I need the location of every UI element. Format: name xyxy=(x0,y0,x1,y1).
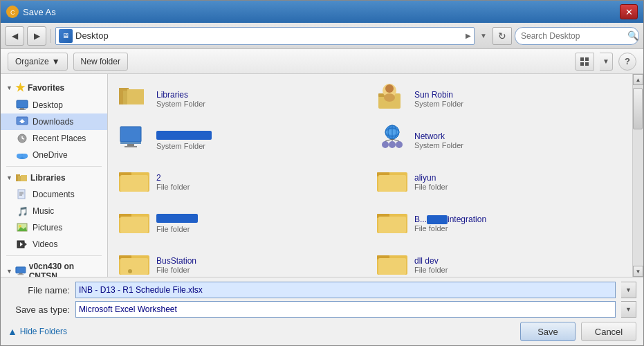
list-item[interactable]: BusStation File folder xyxy=(112,244,370,277)
save-as-type-row: Save as type: ▼ xyxy=(8,301,636,318)
file-type: System Folder xyxy=(414,100,463,108)
address-dropdown-button[interactable]: ▼ xyxy=(477,27,490,45)
search-input[interactable] xyxy=(521,31,625,41)
file-name: Sun Robin xyxy=(414,90,463,100)
sidebar-item-music[interactable]: 🎵 Music xyxy=(1,203,107,219)
libraries-header[interactable]: ▼ Libraries xyxy=(1,170,107,186)
file-info: Sun Robin System Folder xyxy=(414,90,463,108)
svg-point-16 xyxy=(17,154,22,158)
file-scrollbar[interactable]: ▲ ▼ xyxy=(632,74,643,277)
new-folder-button[interactable]: New folder xyxy=(73,53,128,71)
save-button[interactable]: Save xyxy=(520,322,576,341)
file-name-input[interactable] xyxy=(75,282,616,298)
svg-rect-3 xyxy=(585,57,589,61)
help-button[interactable]: ? xyxy=(618,53,636,71)
svg-rect-5 xyxy=(585,62,589,66)
title-bar-icon: C xyxy=(6,6,19,18)
scrollbar-down-button[interactable]: ▼ xyxy=(633,266,643,277)
sidebar-item-onedrive[interactable]: OneDrive xyxy=(1,147,107,163)
main-content: ▼ ★ Favorites Desktop Downloads xyxy=(1,74,643,277)
sidebar-item-recent[interactable]: Recent Places xyxy=(1,130,107,147)
save-as-type-dropdown-button[interactable]: ▼ xyxy=(621,301,636,318)
address-arrow: ▶ xyxy=(466,32,471,39)
file-name: Network xyxy=(414,131,463,141)
view-dropdown-button[interactable]: ▼ xyxy=(600,53,613,71)
svg-rect-33 xyxy=(19,273,22,275)
file-type: File folder xyxy=(414,266,448,274)
file-info: 2 File folder xyxy=(156,173,190,191)
file-type: System Folder xyxy=(156,100,205,108)
save-row: ▲ Hide Folders Save Cancel xyxy=(8,322,636,341)
organize-button[interactable]: Organize ▼ xyxy=(8,53,68,71)
back-button[interactable]: ◀ xyxy=(5,26,24,46)
downloads-icon xyxy=(16,116,28,128)
file-type: File folder xyxy=(156,225,198,233)
svg-rect-32 xyxy=(16,267,26,273)
sidebar-item-downloads[interactable]: Downloads xyxy=(1,113,107,130)
computer-header[interactable]: ▼ v0cn430 on CNTSN... xyxy=(1,259,107,277)
sidebar-item-videos[interactable]: Videos xyxy=(1,236,107,253)
svg-rect-8 xyxy=(19,109,26,110)
music-label: Music xyxy=(33,206,54,216)
svg-rect-44 xyxy=(120,142,141,144)
cancel-button[interactable]: Cancel xyxy=(581,322,636,341)
list-item[interactable]: Libraries System Folder xyxy=(112,78,370,120)
file-info: Network System Folder xyxy=(414,131,463,149)
bottom-area: File name: ▼ Save as type: ▼ ▲ Hide Fold… xyxy=(1,277,643,345)
file-area: Libraries System Folder xyxy=(108,74,643,277)
nav-divider xyxy=(50,29,51,43)
sidebar-item-pictures[interactable]: Pictures xyxy=(1,219,107,236)
list-item[interactable]: dll dev File folder xyxy=(370,244,628,277)
file-type: System Folder xyxy=(156,142,212,150)
hide-folders-icon: ▲ xyxy=(8,326,17,337)
view-button[interactable] xyxy=(575,53,594,71)
svg-rect-71 xyxy=(120,258,148,275)
list-item[interactable]: aliyun File folder xyxy=(370,161,628,203)
close-button[interactable]: ✕ xyxy=(620,4,638,19)
file-info: Libraries System Folder xyxy=(156,90,205,108)
integration-icon xyxy=(376,207,409,240)
sidebar-item-desktop[interactable]: Desktop xyxy=(1,97,107,113)
list-item[interactable]: System Folder xyxy=(112,120,370,161)
file-grid: Libraries System Folder xyxy=(108,74,632,277)
forward-button[interactable]: ▶ xyxy=(27,26,46,46)
file-type: File folder xyxy=(156,183,190,191)
pictures-label: Pictures xyxy=(33,223,62,233)
save-as-type-input[interactable] xyxy=(75,301,616,318)
scrollbar-thumb[interactable] xyxy=(633,88,643,129)
list-item[interactable]: Sun Robin System Folder xyxy=(370,78,628,120)
file-name-dropdown-button[interactable]: ▼ xyxy=(621,282,636,298)
list-item[interactable]: B...integration File folder xyxy=(370,203,628,244)
search-icon: 🔍 xyxy=(627,30,638,41)
sidebar-item-documents[interactable]: Documents xyxy=(1,186,107,203)
favorites-triangle: ▼ xyxy=(6,84,12,91)
downloads-label: Downloads xyxy=(33,117,73,127)
svg-point-52 xyxy=(389,141,396,148)
svg-rect-11 xyxy=(21,122,24,123)
file-name-row: File name: ▼ xyxy=(8,282,636,298)
computer-label: v0cn430 on CNTSN... xyxy=(29,262,102,277)
search-box: 🔍 xyxy=(515,27,639,45)
hide-folders-button[interactable]: ▲ Hide Folders xyxy=(8,326,67,337)
list-item[interactable]: Network System Folder xyxy=(370,120,628,161)
hide-folders-label: Hide Folders xyxy=(20,327,67,336)
documents-label: Documents xyxy=(33,190,75,199)
scrollbar-up-button[interactable]: ▲ xyxy=(633,74,643,85)
sunrobin-icon xyxy=(376,82,409,116)
list-item[interactable]: File folder xyxy=(112,203,370,244)
list-item[interactable]: 2 File folder xyxy=(112,161,370,203)
svg-rect-2 xyxy=(580,57,584,61)
svg-rect-46 xyxy=(125,146,137,147)
file-info: aliyun File folder xyxy=(414,173,448,191)
file-type: File folder xyxy=(414,183,448,191)
dialog: C Save As ✕ ◀ ▶ 🖥 Desktop ▶ ▼ ↻ 🔍 Organi… xyxy=(0,0,644,346)
pictures-icon xyxy=(16,221,28,234)
svg-rect-65 xyxy=(120,217,148,233)
onedrive-label: OneDrive xyxy=(33,150,68,160)
libraries-triangle: ▼ xyxy=(6,174,12,181)
svg-rect-37 xyxy=(127,89,144,104)
videos-icon xyxy=(16,238,28,251)
refresh-button[interactable]: ↻ xyxy=(493,27,512,45)
svg-rect-20 xyxy=(21,175,27,181)
favorites-header[interactable]: ▼ ★ Favorites xyxy=(1,78,107,97)
